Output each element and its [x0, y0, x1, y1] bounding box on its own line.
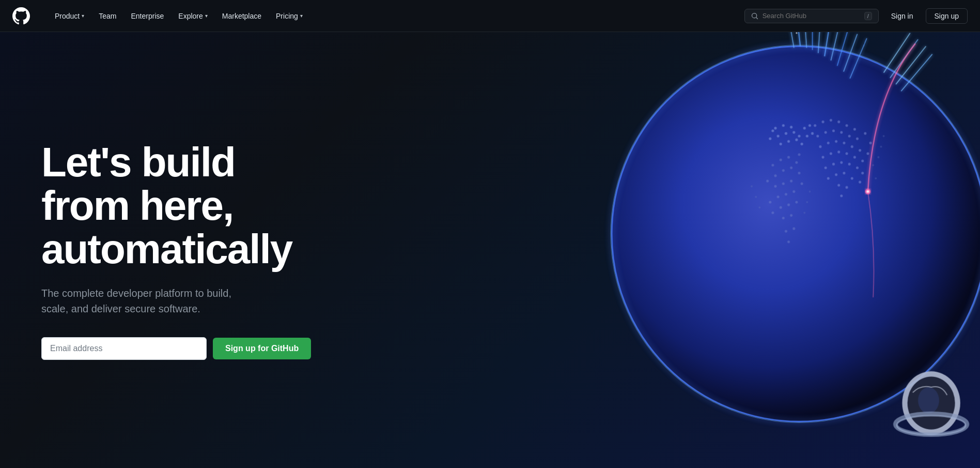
- svg-point-48: [830, 119, 832, 122]
- svg-point-74: [856, 167, 859, 169]
- hero-content: Let's build from here, automatically The…: [0, 141, 352, 360]
- svg-point-63: [859, 149, 861, 152]
- svg-point-19: [771, 164, 774, 167]
- svg-point-56: [848, 135, 851, 138]
- svg-point-23: [782, 169, 785, 172]
- svg-point-27: [782, 183, 785, 185]
- hero-form: Sign up for GitHub: [41, 337, 311, 360]
- svg-point-18: [811, 132, 814, 134]
- svg-point-57: [856, 138, 859, 140]
- svg-point-43: [795, 161, 798, 164]
- svg-point-49: [837, 120, 840, 123]
- svg-point-33: [787, 203, 790, 206]
- svg-point-71: [832, 163, 835, 165]
- search-icon: [751, 12, 758, 20]
- svg-point-28: [790, 179, 792, 182]
- svg-point-92: [803, 212, 805, 214]
- svg-point-14: [803, 127, 806, 129]
- svg-point-45: [801, 183, 803, 185]
- svg-point-5: [777, 135, 780, 138]
- svg-point-76: [835, 173, 837, 176]
- svg-point-38: [792, 227, 795, 230]
- svg-point-52: [816, 135, 819, 138]
- github-logo[interactable]: [12, 7, 39, 25]
- svg-point-20: [780, 159, 782, 161]
- svg-point-91: [806, 201, 808, 203]
- svg-point-46: [814, 124, 816, 127]
- svg-point-12: [771, 129, 774, 132]
- email-input[interactable]: [41, 337, 207, 360]
- svg-point-21: [787, 156, 790, 158]
- svg-point-13: [798, 135, 800, 138]
- svg-point-35: [782, 217, 785, 219]
- svg-point-11: [769, 138, 771, 140]
- svg-point-96: [883, 135, 885, 137]
- hero-subtext: The complete developer platform to build…: [41, 285, 269, 316]
- svg-point-85: [845, 186, 848, 189]
- navbar: Product ▾ Team Enterprise Explore ▾ Mark…: [0, 0, 980, 32]
- svg-point-83: [859, 180, 861, 183]
- svg-point-4: [790, 126, 792, 128]
- svg-point-79: [864, 132, 866, 134]
- svg-point-84: [837, 184, 840, 187]
- svg-point-2: [774, 127, 776, 129]
- svg-point-73: [848, 163, 851, 165]
- svg-point-88: [755, 196, 757, 198]
- svg-point-68: [853, 156, 856, 158]
- svg-point-25: [766, 179, 769, 182]
- svg-point-39: [787, 240, 790, 243]
- svg-point-86: [840, 194, 843, 197]
- search-input[interactable]: [763, 12, 860, 20]
- svg-point-59: [827, 142, 830, 144]
- svg-point-78: [851, 177, 853, 179]
- svg-point-80: [869, 142, 872, 144]
- signin-button[interactable]: Sign in: [885, 9, 920, 23]
- svg-point-9: [787, 140, 790, 143]
- signup-hero-button[interactable]: Sign up for GitHub: [213, 338, 311, 359]
- svg-point-32: [780, 206, 782, 209]
- svg-point-82: [861, 172, 864, 174]
- svg-point-37: [785, 230, 787, 233]
- svg-point-10: [795, 139, 798, 141]
- nav-link-marketplace[interactable]: Marketplace: [216, 9, 268, 23]
- svg-point-54: [832, 129, 835, 132]
- nav-link-explore[interactable]: Explore ▾: [172, 9, 213, 23]
- nav-link-team[interactable]: Team: [92, 9, 122, 23]
- svg-point-47: [821, 120, 824, 123]
- nav-links: Product ▾ Team Enterprise Explore ▾ Mark…: [49, 9, 744, 23]
- nav-right: / Sign in Sign up: [744, 8, 968, 24]
- svg-line-110: [884, 33, 910, 73]
- svg-point-72: [840, 161, 843, 164]
- svg-point-94: [877, 156, 879, 158]
- svg-point-8: [780, 143, 782, 145]
- chevron-down-icon: ▾: [205, 13, 208, 19]
- svg-point-90: [808, 190, 811, 192]
- svg-point-6: [785, 132, 787, 134]
- hero-section: Let's build from here, automatically The…: [0, 32, 980, 468]
- svg-point-16: [806, 135, 808, 138]
- svg-point-70: [825, 167, 827, 169]
- chevron-down-icon: ▾: [82, 13, 84, 19]
- svg-point-50: [845, 124, 848, 127]
- svg-point-81: [866, 152, 869, 155]
- svg-point-58: [819, 145, 821, 148]
- svg-point-26: [774, 185, 776, 188]
- svg-point-60: [835, 140, 837, 143]
- svg-point-77: [843, 172, 845, 174]
- svg-point-62: [851, 145, 853, 148]
- svg-point-51: [853, 128, 856, 130]
- svg-point-55: [840, 131, 843, 133]
- nav-link-product[interactable]: Product ▾: [49, 9, 90, 23]
- nav-link-pricing[interactable]: Pricing ▾: [270, 9, 309, 23]
- svg-point-15: [808, 124, 811, 127]
- chevron-down-icon: ▾: [300, 13, 303, 19]
- globe-visualization: [587, 32, 980, 466]
- svg-point-29: [777, 195, 780, 198]
- svg-point-127: [918, 387, 939, 414]
- svg-point-34: [795, 201, 798, 203]
- svg-point-69: [861, 160, 864, 162]
- signup-nav-button[interactable]: Sign up: [926, 8, 968, 24]
- nav-link-enterprise[interactable]: Enterprise: [125, 9, 170, 23]
- svg-point-41: [771, 212, 774, 214]
- svg-point-67: [845, 152, 848, 155]
